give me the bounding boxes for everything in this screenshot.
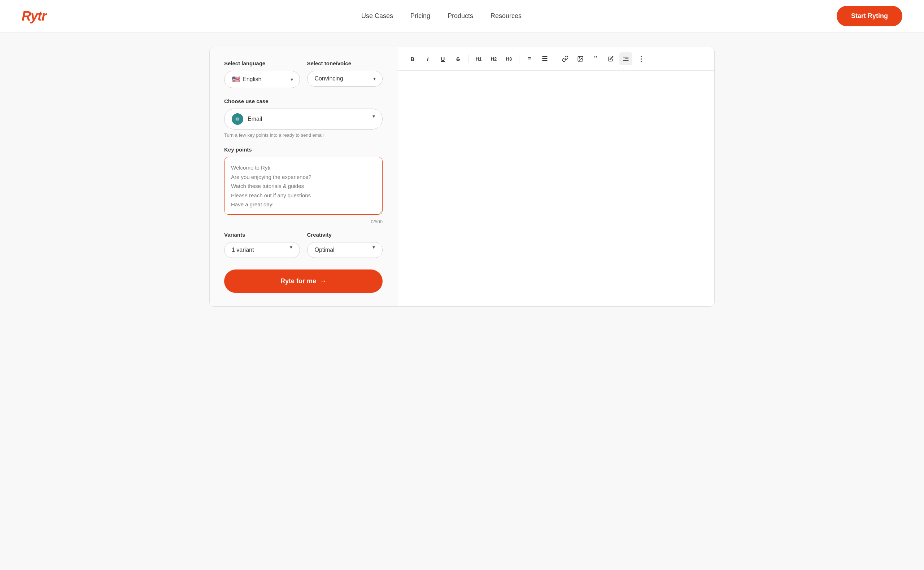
use-case-hint: Turn a few key points into a ready to se… (224, 132, 382, 138)
toolbar-align-button[interactable] (619, 52, 632, 65)
key-points-section: Key points (224, 147, 382, 216)
tone-col: Select tone/voice Convincing ▾ (307, 60, 383, 88)
use-case-value: Email (248, 116, 368, 122)
header: Rytr Use Cases Pricing Products Resource… (0, 0, 924, 32)
ryte-for-me-button[interactable]: Ryte for me → (224, 270, 382, 293)
toolbar-bold-button[interactable]: B (406, 52, 419, 65)
editor-toolbar: B i U S H1 H2 H3 ≡ ☰ " ⋮ (398, 47, 714, 71)
toolbar-separator-2 (519, 55, 519, 63)
tone-dropdown-wrapper: Convincing ▾ (307, 71, 383, 87)
ryte-btn-arrow-icon: → (320, 277, 326, 285)
svg-point-1 (579, 57, 580, 58)
toolbar-more-button[interactable]: ⋮ (634, 52, 648, 65)
creativity-value: Optimal (315, 247, 370, 253)
toolbar-ordered-list-button[interactable]: ☰ (538, 52, 551, 65)
main-nav: Use Cases Pricing Products Resources (361, 12, 522, 20)
variants-col: Variants 1 variant ▾ (224, 231, 300, 258)
creativity-dropdown-wrapper: Optimal ▾ (307, 242, 383, 258)
nav-pricing[interactable]: Pricing (410, 12, 430, 20)
variants-creativity-row: Variants 1 variant ▾ Creativity Optimal … (224, 231, 382, 258)
toolbar-edit-button[interactable] (604, 52, 617, 65)
tone-value: Convincing (315, 75, 343, 82)
start-ryting-button[interactable]: Start Ryting (837, 6, 903, 26)
variants-dropdown[interactable]: 1 variant ▾ (224, 242, 300, 258)
variants-label: Variants (224, 231, 300, 238)
toolbar-h3-button[interactable]: H3 (502, 52, 516, 65)
language-chevron-icon: ▾ (290, 77, 293, 82)
toolbar-separator-3 (555, 55, 555, 63)
variants-value: 1 variant (232, 247, 287, 253)
toolbar-bullet-list-button[interactable]: ≡ (523, 52, 536, 65)
tone-label: Select tone/voice (307, 60, 383, 66)
language-dropdown-wrapper: 🇺🇸 English ▾ (224, 71, 300, 88)
tone-dropdown[interactable]: Convincing ▾ (307, 71, 383, 87)
nav-use-cases[interactable]: Use Cases (361, 12, 393, 20)
right-panel: B i U S H1 H2 H3 ≡ ☰ " ⋮ (398, 47, 714, 306)
toolbar-underline-button[interactable]: U (436, 52, 450, 65)
language-col: Select language 🇺🇸 English ▾ (224, 60, 300, 88)
toolbar-italic-button[interactable]: i (421, 52, 434, 65)
nav-resources[interactable]: Resources (491, 12, 522, 20)
toolbar-image-button[interactable] (574, 52, 587, 65)
tone-chevron-icon: ▾ (373, 76, 376, 81)
editor-body[interactable] (398, 71, 714, 306)
use-case-icon: ✉ (232, 113, 243, 125)
ryte-btn-label: Ryte for me (281, 277, 316, 285)
toolbar-separator-1 (468, 55, 468, 63)
creativity-label: Creativity (307, 231, 383, 238)
left-panel: Select language 🇺🇸 English ▾ Select tone… (210, 47, 398, 306)
toolbar-strikethrough-button[interactable]: S (451, 52, 465, 65)
toolbar-quote-button[interactable]: " (589, 52, 602, 65)
use-case-section: Choose use case ✉ Email ▾ Turn a few key… (224, 98, 382, 138)
use-case-label: Choose use case (224, 98, 382, 104)
use-case-dropdown-wrapper: ✉ Email ▾ (224, 109, 382, 130)
logo: Rytr (21, 9, 46, 24)
language-label: Select language (224, 60, 300, 66)
creativity-chevron-icon: ▾ (373, 244, 375, 250)
use-case-chevron-icon: ▾ (373, 113, 375, 119)
variants-dropdown-wrapper: 1 variant ▾ (224, 242, 300, 258)
creativity-dropdown[interactable]: Optimal ▾ (307, 242, 383, 258)
language-dropdown[interactable]: 🇺🇸 English ▾ (224, 71, 300, 88)
language-flag: 🇺🇸 (232, 75, 239, 83)
key-points-label: Key points (224, 147, 382, 153)
toolbar-h1-button[interactable]: H1 (472, 52, 485, 65)
use-case-dropdown[interactable]: ✉ Email ▾ (224, 109, 382, 130)
char-count: 0/500 (224, 219, 382, 224)
toolbar-link-button[interactable] (559, 52, 572, 65)
language-tone-row: Select language 🇺🇸 English ▾ Select tone… (224, 60, 382, 88)
language-value: English (243, 76, 261, 83)
nav-products[interactable]: Products (448, 12, 473, 20)
variants-chevron-icon: ▾ (290, 244, 292, 250)
main-container: Select language 🇺🇸 English ▾ Select tone… (209, 47, 715, 306)
key-points-textarea[interactable] (224, 157, 382, 215)
toolbar-h2-button[interactable]: H2 (487, 52, 500, 65)
creativity-col: Creativity Optimal ▾ (307, 231, 383, 258)
